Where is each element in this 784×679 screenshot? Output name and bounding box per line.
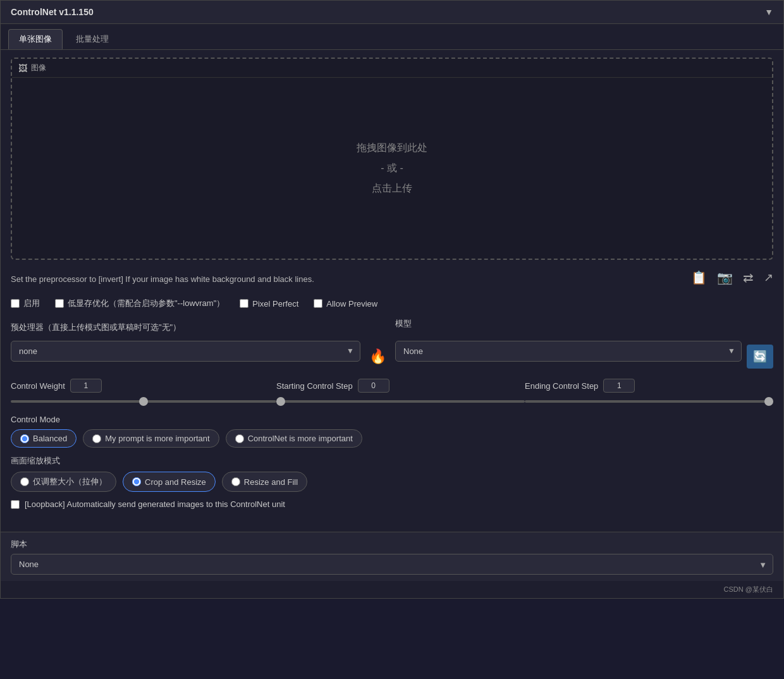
zoom-mode-title: 画面缩放模式 (11, 455, 773, 467)
model-label: 模型 (395, 318, 773, 329)
ending-control-step-label: Ending Control Step (525, 381, 598, 391)
starting-control-step-slider[interactable] (276, 400, 525, 403)
ending-control-step-slider[interactable] (525, 400, 773, 403)
control-mode-controlnet[interactable]: ControlNet is more important (226, 429, 362, 448)
control-mode-my-prompt-label: My prompt is more important (105, 434, 209, 443)
loopback-checkbox-input[interactable] (11, 500, 20, 509)
ending-control-step-value[interactable] (603, 379, 635, 393)
zoom-mode-resize-label: 仅调整大小（拉伸） (33, 476, 107, 487)
control-mode-controlnet-radio[interactable] (235, 434, 244, 443)
fire-button[interactable]: 🔥 (367, 348, 389, 365)
enable-checkbox-input[interactable] (11, 299, 20, 308)
send-icon[interactable]: ↗ (764, 271, 773, 284)
zoom-mode-crop-radio[interactable] (132, 477, 141, 486)
low-vram-checkbox-input[interactable] (55, 299, 64, 308)
control-mode-my-prompt[interactable]: My prompt is more important (83, 429, 219, 448)
allow-preview-label: Allow Preview (326, 299, 377, 309)
swap-icon[interactable]: ⇄ (743, 270, 754, 285)
control-mode-balanced-radio[interactable] (20, 434, 29, 443)
pixel-perfect-label: Pixel Perfect (252, 299, 298, 309)
tab-batch-process[interactable]: 批量处理 (65, 29, 119, 49)
tab-single-image[interactable]: 单张图像 (8, 29, 63, 49)
copy-icon[interactable]: 📋 (691, 270, 707, 285)
upload-text: 点击上传 (372, 178, 412, 199)
allow-preview-checkbox[interactable]: Allow Preview (314, 299, 377, 309)
zoom-mode-crop-label: Crop and Resize (145, 477, 206, 487)
zoom-mode-resize-radio[interactable] (20, 477, 29, 486)
image-label: 图像 (31, 63, 46, 73)
preprocessor-label: 预处理器（直接上传模式图或草稿时可选"无"） (11, 322, 389, 333)
pixel-perfect-checkbox-input[interactable] (240, 299, 248, 308)
zoom-mode-fill[interactable]: Resize and Fill (222, 472, 307, 492)
low-vram-checkbox[interactable]: 低显存优化（需配合启动参数"--lowvram"） (55, 298, 224, 309)
zoom-mode-fill-label: Resize and Fill (244, 477, 298, 487)
script-select[interactable]: None (11, 554, 773, 575)
enable-label: 启用 (23, 298, 40, 309)
control-weight-label: Control Weight (11, 381, 65, 391)
zoom-mode-resize[interactable]: 仅调整大小（拉伸） (11, 472, 116, 492)
collapse-arrow-icon[interactable]: ▼ (764, 7, 773, 17)
camera-icon[interactable]: 📷 (717, 270, 733, 285)
control-mode-title: Control Mode (11, 415, 773, 424)
preprocessor-select[interactable]: none (11, 341, 360, 362)
model-select[interactable]: None (395, 341, 742, 362)
allow-preview-checkbox-input[interactable] (314, 299, 322, 308)
pixel-perfect-checkbox[interactable]: Pixel Perfect (240, 299, 298, 309)
drag-text: 拖拽图像到此处 (357, 138, 427, 158)
script-title: 脚本 (11, 539, 773, 550)
window-title: ControlNet v1.1.150 (11, 7, 94, 17)
info-text: Set the preprocessor to [invert] If your… (11, 274, 314, 284)
control-mode-my-prompt-radio[interactable] (92, 434, 101, 443)
control-mode-balanced-label: Balanced (33, 434, 67, 443)
loopback-label: [Loopback] Automatically send generated … (25, 499, 285, 509)
starting-control-step-value[interactable] (358, 379, 389, 393)
zoom-mode-fill-radio[interactable] (231, 477, 240, 486)
control-mode-balanced[interactable]: Balanced (11, 429, 77, 448)
refresh-model-button[interactable]: 🔄 (747, 345, 773, 369)
image-upload-area[interactable]: 🖼 图像 拖拽图像到此处 - 或 - 点击上传 (11, 58, 773, 260)
low-vram-label: 低显存优化（需配合启动参数"--lowvram"） (68, 298, 224, 309)
control-weight-value[interactable] (70, 379, 102, 393)
control-weight-slider[interactable] (11, 400, 276, 403)
enable-checkbox[interactable]: 启用 (11, 298, 40, 309)
control-mode-controlnet-label: ControlNet is more important (248, 434, 353, 443)
or-text: - 或 - (381, 158, 403, 178)
starting-control-step-label: Starting Control Step (276, 381, 353, 391)
footer-credit: CSDN @某伏白 (1, 581, 783, 598)
zoom-mode-crop[interactable]: Crop and Resize (123, 472, 216, 492)
image-icon: 🖼 (18, 63, 27, 73)
